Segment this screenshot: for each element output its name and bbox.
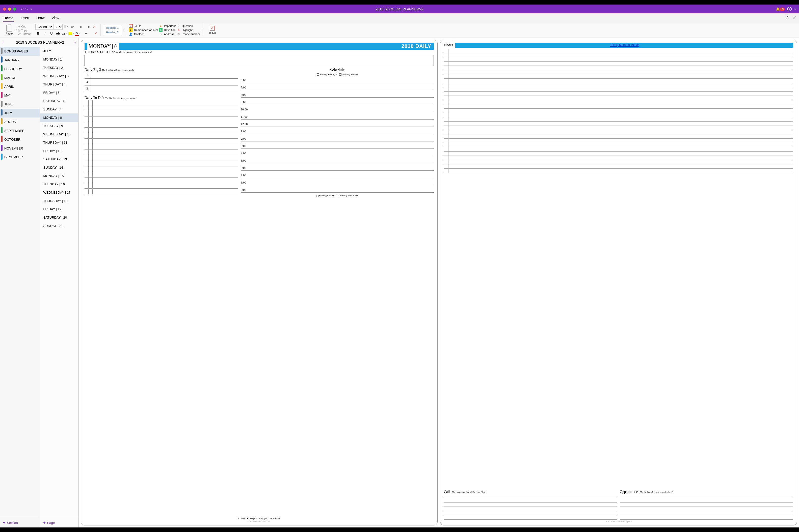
page-item[interactable]: MONDAY | 1 [40,55,78,63]
page-item[interactable]: THURSDAY | 4 [40,80,78,89]
big3-row[interactable]: 1 [85,72,238,79]
todo-row[interactable] [85,116,238,122]
todo-row[interactable] [85,100,238,106]
section-item[interactable]: AUGUST [0,117,40,126]
add-page-button[interactable]: +Page [40,518,78,528]
font-family-select[interactable]: Calibri [35,24,53,30]
style-heading1[interactable]: Heading 1 [106,26,120,29]
calls-line[interactable] [444,511,617,515]
styles-gallery[interactable]: Heading 1 Heading 2 [104,25,122,35]
account-chevron-icon[interactable]: ▾ [795,8,796,10]
paste-button[interactable]: Paste [4,24,14,36]
tag-todo[interactable]: ✓To Do [129,24,158,28]
page-item[interactable]: TUESDAY | 2 [40,63,78,72]
notes-line[interactable] [444,74,793,79]
notes-line[interactable] [444,147,793,152]
notes-line[interactable] [444,104,793,109]
notes-line[interactable] [444,83,793,87]
notes-line[interactable] [444,165,793,169]
style-heading2[interactable]: Heading 2 [106,31,120,34]
todo-row[interactable] [85,106,238,111]
calls-line[interactable] [444,498,617,502]
page-item[interactable]: WEDNESDAY | 10 [40,130,78,138]
page-item[interactable]: MONDAY | 15 [40,172,78,180]
minimize-icon[interactable] [8,7,11,11]
section-item[interactable]: SEPTEMBER [0,126,40,135]
share-icon[interactable]: ⇱ [786,15,789,22]
todo-row[interactable] [85,111,238,116]
schedule-row[interactable]: 3:00 [241,141,434,149]
section-item[interactable]: DECEMBER [0,153,40,162]
todo-row[interactable] [85,177,238,183]
page-item[interactable]: FRIDAY | 12 [40,147,78,155]
schedule-row[interactable]: 7:00 [241,171,434,178]
indent-button[interactable]: ⇥ [85,24,91,30]
tag-contact[interactable]: 👤Contact [129,32,158,36]
paste-chevron-icon[interactable]: ▾ [16,29,17,31]
delete-button[interactable]: ✕ [93,31,99,36]
notes-line[interactable] [444,126,793,130]
todo-button[interactable]: ✓ To Do [207,26,217,34]
tab-draw[interactable]: Draw [36,15,45,22]
page-item[interactable]: SATURDAY | 13 [40,155,78,164]
page-item[interactable]: MONDAY | 8 [40,113,78,122]
page-item[interactable]: SUNDAY | 21 [40,222,78,230]
schedule-row[interactable]: 8:00 [241,178,434,185]
notes-line[interactable] [444,117,793,121]
notes-line[interactable] [444,139,793,143]
format-painter-button[interactable]: 🖌Format [18,32,31,35]
evening-routine-checkbox[interactable]: Evening Routine [316,194,334,197]
section-item[interactable]: JULY [0,109,40,117]
redo-icon[interactable]: ↷ [25,7,28,11]
underline-button[interactable]: U [49,31,55,36]
page-item[interactable]: SATURDAY | 6 [40,97,78,105]
todo-row[interactable] [85,172,238,177]
tag-highlight[interactable]: ✎Highlight [177,28,200,32]
page-item[interactable]: SATURDAY | 20 [40,213,78,222]
notes-line[interactable] [444,92,793,96]
font-size-select[interactable]: 20 [54,24,62,30]
page-canvas[interactable]: MONDAY | 8 2019 DAILY TODAY'S FOCUS What… [79,38,799,528]
tab-home[interactable]: Home [3,15,14,22]
page-item[interactable]: TUESDAY | 16 [40,180,78,188]
section-item[interactable]: MARCH [0,73,40,82]
schedule-row[interactable]: 9:00 [241,98,434,105]
tag-remember[interactable]: ★Remember for later [129,28,158,32]
italic-button[interactable]: I [42,31,48,36]
schedule-row[interactable]: 12:00 [241,119,434,127]
notes-line[interactable] [444,100,793,104]
calls-line[interactable] [444,494,617,498]
notes-line[interactable] [444,169,793,173]
todo-row[interactable] [85,139,238,144]
focus-input-area[interactable] [85,55,434,66]
notes-line[interactable] [444,134,793,139]
highlight-button[interactable]: ▾ [68,31,74,36]
page-item[interactable]: TUESDAY | 9 [40,122,78,130]
copy-button[interactable]: ⎘Copy [18,29,31,32]
close-icon[interactable] [3,7,6,11]
tag-question[interactable]: ?Question [177,24,200,28]
todo-row[interactable] [85,189,238,194]
tab-insert[interactable]: Insert [20,15,30,22]
notes-line[interactable] [444,96,793,100]
schedule-row[interactable]: 6:00 [241,164,434,171]
notes-line[interactable] [444,66,793,70]
morning-preflight-checkbox[interactable]: Morning Pre-flight [317,73,337,76]
bold-button[interactable]: B [35,31,41,36]
todo-row[interactable] [85,183,238,189]
notes-line[interactable] [444,61,793,66]
todo-row[interactable] [85,128,238,133]
section-item[interactable]: BONUS PAGES [0,47,40,56]
subscript-button[interactable]: x₂▾ [61,31,68,36]
notes-line[interactable] [444,121,793,126]
notebook-title[interactable]: 2019 SUCCESS PLANNERV2 [6,40,74,44]
tag-important[interactable]: ★Important [159,24,176,28]
page-item[interactable]: SUNDAY | 7 [40,105,78,113]
opportunity-line[interactable] [620,507,793,511]
todo-row[interactable] [85,150,238,155]
opportunity-line[interactable] [620,494,793,498]
schedule-row[interactable]: 9:00 [241,185,434,193]
numbering-button[interactable]: ≡▾ [70,24,76,30]
page-item[interactable]: WEDNESDAY | 3 [40,72,78,80]
schedule-row[interactable]: 7:00 [241,83,434,90]
